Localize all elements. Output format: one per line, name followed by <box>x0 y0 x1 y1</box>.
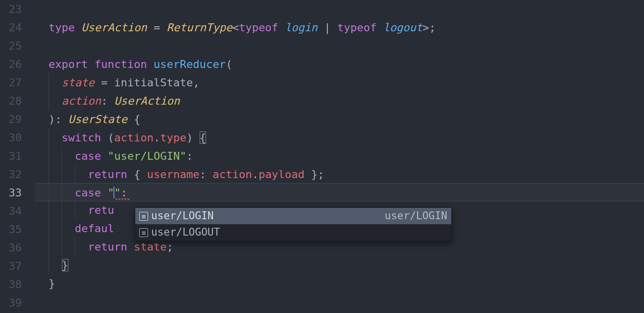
code-token: : <box>121 187 127 199</box>
code-token: switch <box>62 131 101 144</box>
enum-member-icon: ≡ <box>139 212 148 221</box>
line-number: 34 <box>0 202 22 220</box>
code-line[interactable]: } <box>35 274 644 293</box>
code-token <box>101 150 107 162</box>
code-token: case <box>75 187 101 199</box>
code-token: = <box>101 76 107 89</box>
code-token <box>101 131 107 144</box>
indent-guide <box>49 147 49 165</box>
indent-guide <box>61 219 62 238</box>
code-token: { <box>134 168 140 181</box>
code-token: : <box>186 150 193 162</box>
code-token <box>127 168 134 181</box>
code-token: typeof <box>337 21 376 34</box>
code-line[interactable]: return { username: action.payload }; <box>35 165 644 184</box>
error-squiggle <box>115 198 130 200</box>
code-line[interactable]: ): UserState { <box>35 110 644 128</box>
code-token <box>147 58 154 70</box>
code-token <box>305 168 311 181</box>
indent-guide <box>61 147 62 165</box>
autocomplete-item[interactable]: ≡user/LOGINuser/LOGIN <box>135 208 451 224</box>
code-token: : <box>200 168 206 181</box>
code-token: logout <box>383 21 423 34</box>
indent-guide <box>75 201 75 219</box>
code-line[interactable] <box>35 37 644 55</box>
line-number: 26 <box>0 55 22 73</box>
code-token <box>88 58 94 70</box>
indent-guide <box>49 73 49 92</box>
code-token: retu <box>88 204 114 216</box>
code-token: username <box>147 168 200 181</box>
code-token: initialState <box>114 76 193 89</box>
code-token <box>75 21 81 34</box>
line-number: 39 <box>0 294 22 312</box>
code-line[interactable]: } <box>35 256 644 274</box>
line-number: 28 <box>0 92 22 110</box>
code-line[interactable]: case "": <box>35 183 644 201</box>
line-number: 33 <box>0 184 22 202</box>
code-line[interactable]: case "user/LOGIN": <box>35 147 644 165</box>
code-token: type <box>160 131 186 144</box>
code-token: . <box>154 131 160 144</box>
code-token <box>127 113 134 125</box>
code-token: { <box>134 113 140 125</box>
code-token <box>107 76 114 89</box>
code-line[interactable]: type UserAction = ReturnType<typeof logi… <box>35 18 644 37</box>
code-line[interactable]: switch (action.type) { <box>35 128 644 147</box>
code-area[interactable]: type UserAction = ReturnType<typeof logi… <box>35 0 644 313</box>
code-token: "user/LOGIN" <box>107 150 186 162</box>
code-token: ) <box>49 113 55 125</box>
code-token: export <box>49 58 88 70</box>
indent-guide <box>49 128 49 147</box>
code-line[interactable]: action: UserAction <box>35 92 644 110</box>
line-number: 25 <box>0 37 22 55</box>
enum-member-icon: ≡ <box>139 228 148 237</box>
code-token <box>49 76 62 89</box>
code-token <box>62 113 68 125</box>
autocomplete-item-label: user/LOGIN <box>151 207 385 225</box>
code-line[interactable]: state = initialState, <box>35 73 644 92</box>
code-token: < <box>232 21 239 34</box>
code-line[interactable]: export function userReducer( <box>35 55 644 73</box>
line-number: 36 <box>0 239 22 257</box>
code-line[interactable] <box>35 293 644 311</box>
code-token <box>331 21 337 34</box>
code-token: }; <box>311 168 324 181</box>
code-token <box>49 95 62 107</box>
indent-guide <box>61 165 62 184</box>
code-token <box>127 241 134 253</box>
code-token: , <box>193 76 199 89</box>
code-token <box>49 241 88 253</box>
line-number: 24 <box>0 18 22 37</box>
line-number-gutter: 2324252627282930313233343536373839 <box>0 0 35 313</box>
autocomplete-popup[interactable]: ≡user/LOGINuser/LOGIN≡user/LOGOUT <box>135 207 452 241</box>
indent-guide <box>49 256 49 274</box>
code-token: } <box>49 277 55 290</box>
code-token <box>49 259 62 271</box>
code-token: { <box>200 131 206 144</box>
autocomplete-item[interactable]: ≡user/LOGOUT <box>135 224 451 241</box>
code-token: state <box>62 76 95 89</box>
code-token: UserAction <box>114 95 179 107</box>
code-token: ) <box>186 131 193 144</box>
code-token <box>193 131 199 144</box>
code-token: function <box>95 58 147 70</box>
code-token: return <box>88 241 127 253</box>
code-token: action <box>114 131 153 144</box>
code-token: defaul <box>75 222 114 235</box>
line-number: 30 <box>0 128 22 147</box>
code-editor[interactable]: 2324252627282930313233343536373839 type … <box>0 0 644 313</box>
indent-guide <box>49 238 49 256</box>
indent-guide <box>61 238 62 256</box>
code-token: UserState <box>68 113 127 125</box>
indent-guide <box>61 184 62 201</box>
code-token: case <box>75 150 101 162</box>
code-token <box>140 168 147 181</box>
code-line[interactable] <box>35 0 644 18</box>
code-token: : <box>101 95 107 107</box>
line-number: 27 <box>0 73 22 92</box>
code-token: userReducer <box>154 58 226 70</box>
code-token <box>95 76 101 89</box>
code-token: typeof <box>239 21 278 34</box>
code-token <box>49 168 88 181</box>
